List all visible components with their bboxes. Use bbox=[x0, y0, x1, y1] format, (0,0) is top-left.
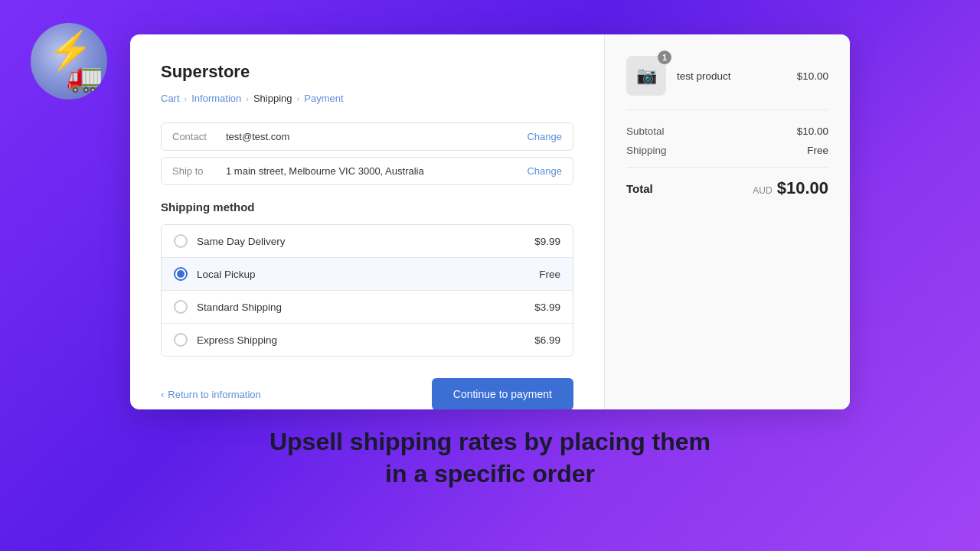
breadcrumb-information[interactable]: Information bbox=[191, 93, 241, 104]
option-label-standard: Standard Shipping bbox=[197, 302, 534, 313]
option-price-same-day: $9.99 bbox=[534, 236, 560, 247]
bottom-text: Upsell shipping rates by placing them in… bbox=[224, 426, 756, 490]
breadcrumb: Cart › Information › Shipping › Payment bbox=[161, 93, 573, 104]
app-logo: ⚡ 🚛 bbox=[31, 23, 107, 99]
ship-to-value: 1 main street, Melbourne VIC 3000, Austr… bbox=[226, 165, 527, 177]
bottom-text-line1: Upsell shipping rates by placing them in… bbox=[270, 426, 710, 490]
total-amount: $10.00 bbox=[777, 178, 828, 198]
ship-to-label: Ship to bbox=[172, 165, 226, 177]
store-title: Superstore bbox=[161, 62, 573, 82]
order-item: 📷 1 test product $10.00 bbox=[626, 56, 828, 110]
qty-badge: 1 bbox=[658, 51, 671, 64]
breadcrumb-sep-2: › bbox=[246, 94, 249, 103]
shipping-section-title: Shipping method bbox=[161, 201, 573, 214]
breadcrumb-payment[interactable]: Payment bbox=[304, 93, 343, 104]
currency-label: AUD bbox=[753, 185, 772, 196]
contact-change[interactable]: Change bbox=[527, 131, 562, 142]
shipping-row: Shipping Free bbox=[626, 145, 828, 156]
total-price-wrap: AUD $10.00 bbox=[753, 178, 828, 198]
option-label-same-day: Same Day Delivery bbox=[197, 236, 534, 247]
option-label-express: Express Shipping bbox=[197, 334, 534, 346]
ship-to-change[interactable]: Change bbox=[527, 165, 562, 177]
radio-local-pickup bbox=[174, 267, 188, 281]
ship-to-row: Ship to 1 main street, Melbourne VIC 300… bbox=[161, 157, 573, 185]
shipping-options: Same Day Delivery $9.99 Local Pickup Fre… bbox=[161, 224, 573, 357]
subtotal-row: Subtotal $10.00 bbox=[626, 126, 828, 137]
radio-inner-local-pickup bbox=[177, 270, 185, 278]
return-link-label: Return to information bbox=[168, 389, 260, 400]
breadcrumb-shipping: Shipping bbox=[253, 93, 292, 104]
chevron-left-icon: ‹ bbox=[161, 389, 164, 400]
product-price: $10.00 bbox=[797, 70, 828, 82]
shipping-option-standard[interactable]: Standard Shipping $3.99 bbox=[162, 291, 573, 324]
bolt-icon: ⚡ bbox=[47, 29, 93, 72]
option-label-local-pickup: Local Pickup bbox=[197, 269, 539, 280]
left-panel: Superstore Cart › Information › Shipping… bbox=[130, 34, 605, 409]
camera-icon: 📷 bbox=[636, 66, 657, 86]
option-price-standard: $3.99 bbox=[534, 302, 560, 313]
subtotal-label: Subtotal bbox=[626, 126, 665, 137]
product-image: 📷 1 bbox=[626, 56, 666, 96]
shipping-option-same-day[interactable]: Same Day Delivery $9.99 bbox=[162, 225, 573, 258]
radio-standard bbox=[174, 300, 188, 314]
shipping-label: Shipping bbox=[626, 145, 667, 156]
shipping-option-local-pickup[interactable]: Local Pickup Free bbox=[162, 258, 573, 291]
shipping-option-express[interactable]: Express Shipping $6.99 bbox=[162, 324, 573, 356]
radio-same-day bbox=[174, 234, 188, 248]
total-row: Total AUD $10.00 bbox=[626, 167, 828, 198]
continue-button[interactable]: Continue to payment bbox=[432, 378, 573, 409]
return-link[interactable]: ‹ Return to information bbox=[161, 389, 261, 400]
shipping-value: Free bbox=[807, 145, 828, 156]
radio-express bbox=[174, 333, 188, 347]
total-label: Total bbox=[626, 182, 653, 195]
breadcrumb-sep-3: › bbox=[297, 94, 300, 103]
footer-actions: ‹ Return to information Continue to paym… bbox=[161, 378, 573, 409]
main-card: Superstore Cart › Information › Shipping… bbox=[130, 34, 850, 409]
contact-value: test@test.com bbox=[226, 131, 527, 142]
product-name: test product bbox=[677, 70, 797, 82]
option-price-express: $6.99 bbox=[534, 334, 560, 346]
breadcrumb-sep-1: › bbox=[185, 94, 188, 103]
right-panel: 📷 1 test product $10.00 Subtotal $10.00 … bbox=[605, 34, 850, 409]
subtotal-value: $10.00 bbox=[797, 126, 828, 137]
contact-label: Contact bbox=[172, 131, 226, 142]
option-price-local-pickup: Free bbox=[539, 269, 560, 280]
breadcrumb-cart[interactable]: Cart bbox=[161, 93, 180, 104]
contact-row: Contact test@test.com Change bbox=[161, 122, 573, 151]
